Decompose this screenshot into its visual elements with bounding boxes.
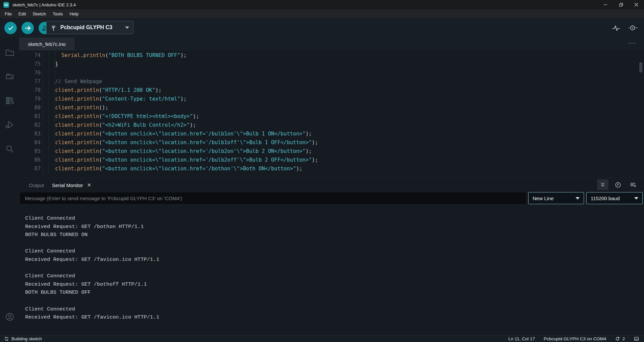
serial-output-line: Received Request: GET /bothoff HTTP/1.1 bbox=[25, 280, 637, 289]
chevron-down-icon bbox=[125, 26, 129, 29]
menu-tools[interactable]: Tools bbox=[49, 10, 66, 18]
serial-output-line bbox=[25, 264, 637, 272]
upload-button[interactable] bbox=[21, 22, 34, 34]
sidebar-account-button[interactable] bbox=[0, 312, 19, 322]
cursor-position[interactable]: Ln 11, Col 17 bbox=[508, 336, 535, 341]
folder-icon bbox=[5, 47, 15, 57]
menu-sketch[interactable]: Sketch bbox=[29, 10, 49, 18]
notifications-button[interactable]: 2 bbox=[615, 336, 625, 342]
code-line: 83 client.println("<button onclick=\"loc… bbox=[19, 129, 644, 138]
sidebar-debug-button[interactable] bbox=[0, 115, 19, 135]
panel-layout-icon bbox=[634, 336, 639, 342]
sidebar-search-button[interactable] bbox=[0, 139, 19, 159]
sidebar-boards-manager-button[interactable] bbox=[0, 66, 19, 87]
arrow-right-icon bbox=[24, 25, 31, 32]
code-line: 87 client.println("<button onclick=\"loc… bbox=[19, 164, 644, 173]
line-number: 85 bbox=[19, 147, 41, 156]
board-selector-label: Pcbcupid GLYPH C3 bbox=[60, 24, 112, 31]
bottom-panel: Output Serial Monitor ✕ New Li bbox=[19, 178, 644, 335]
chevron-down-icon bbox=[634, 197, 638, 199]
menu-file[interactable]: File bbox=[1, 10, 15, 18]
line-number: 77 bbox=[19, 77, 41, 86]
serial-output-line: Client Connected bbox=[25, 214, 637, 223]
code-editor[interactable]: 74 Serial.println("BOTH BULBS TURNED OFF… bbox=[19, 50, 644, 178]
serial-output-line: Client Connected bbox=[25, 305, 637, 314]
menu-bar: File Edit Sketch Tools Help bbox=[0, 9, 644, 18]
title-bar: sketch_feb7c | Arduino IDE 2.3.4 bbox=[0, 0, 644, 9]
serial-output-line: BOTH BULBS TURNED ON bbox=[25, 231, 637, 239]
library-icon bbox=[5, 96, 15, 106]
line-number: 87 bbox=[19, 164, 41, 173]
line-number: 79 bbox=[19, 95, 41, 103]
window-title: sketch_feb7c | Arduino IDE 2.3.4 bbox=[12, 2, 76, 7]
line-ending-dropdown[interactable]: New Line bbox=[528, 192, 584, 204]
board-port-status[interactable]: Pcbcupid GLYPH C3 on COM4 bbox=[544, 336, 606, 341]
tab-sketch-feb7c-ino[interactable]: sketch_feb7c.ino bbox=[19, 38, 74, 50]
arduino-logo-icon bbox=[3, 2, 9, 8]
notification-count: 2 bbox=[622, 336, 625, 341]
line-number: 81 bbox=[19, 112, 41, 121]
code-line: 75 } bbox=[19, 60, 644, 68]
line-number: 74 bbox=[19, 51, 41, 60]
bottom-panel-tab-bar: Output Serial Monitor ✕ bbox=[19, 178, 644, 192]
serial-monitor-icon bbox=[628, 24, 638, 33]
clock-icon bbox=[614, 181, 622, 188]
serial-output-line: Client Connected bbox=[25, 247, 637, 255]
menu-edit[interactable]: Edit bbox=[15, 10, 29, 18]
chevron-down-icon bbox=[576, 197, 580, 199]
code-line: 84 client.println("<button onclick=\"loc… bbox=[19, 138, 644, 147]
search-icon bbox=[5, 144, 15, 154]
minimize-button[interactable] bbox=[598, 0, 613, 9]
serial-monitor-output[interactable]: Client ConnectedReceived Request: GET /b… bbox=[25, 214, 637, 332]
code-line: 79 client.println("Content-Type: text/ht… bbox=[19, 95, 644, 103]
line-number: 86 bbox=[19, 156, 41, 164]
sync-icon bbox=[4, 336, 9, 341]
serial-message-input[interactable] bbox=[20, 192, 526, 204]
scroll-to-bottom-button[interactable] bbox=[597, 179, 608, 190]
tab-more-actions-button[interactable]: ··· bbox=[628, 39, 637, 47]
usb-icon bbox=[51, 24, 56, 31]
toggle-timestamp-button[interactable] bbox=[612, 179, 624, 190]
serial-monitor-button[interactable] bbox=[628, 24, 638, 33]
code-line: 76 bbox=[19, 68, 644, 77]
code-line: 77 // Send Webpage bbox=[19, 77, 644, 86]
baud-rate-dropdown[interactable]: 115200 baud bbox=[586, 192, 643, 204]
tab-output[interactable]: Output bbox=[25, 180, 48, 190]
close-serial-monitor-icon[interactable]: ✕ bbox=[87, 182, 92, 188]
code-line: 74 Serial.println("BOTH BULBS TURNED OFF… bbox=[19, 51, 644, 60]
account-icon bbox=[5, 312, 15, 322]
menu-help[interactable]: Help bbox=[66, 10, 82, 18]
editor-scrollbar[interactable] bbox=[639, 62, 642, 72]
board-icon bbox=[5, 71, 15, 81]
verify-button[interactable] bbox=[4, 22, 17, 34]
sidebar-sketchbook-button[interactable] bbox=[0, 42, 19, 62]
board-selector-dropdown[interactable]: Pcbcupid GLYPH C3 bbox=[46, 21, 133, 34]
serial-plotter-button[interactable] bbox=[612, 24, 621, 33]
serial-input-row: New Line 115200 baud bbox=[19, 192, 644, 208]
line-number: 83 bbox=[19, 129, 41, 138]
line-number: 76 bbox=[19, 68, 41, 77]
line-number: 78 bbox=[19, 86, 41, 95]
line-number: 82 bbox=[19, 121, 41, 129]
line-number: 75 bbox=[19, 60, 41, 68]
restore-button[interactable] bbox=[613, 0, 629, 9]
code-line: 85 client.println("<button onclick=\"loc… bbox=[19, 147, 644, 156]
tab-serial-monitor[interactable]: Serial Monitor ✕ bbox=[48, 180, 95, 190]
sidebar-library-manager-button[interactable] bbox=[0, 91, 19, 111]
serial-output-line bbox=[25, 297, 637, 305]
line-number: 80 bbox=[19, 103, 41, 112]
code-line: 86 client.println("<button onclick=\"loc… bbox=[19, 156, 644, 164]
arduino-ide-window: sketch_feb7c | Arduino IDE 2.3.4 File Ed… bbox=[0, 0, 644, 342]
tab-label: sketch_feb7c.ino bbox=[28, 41, 66, 47]
code-line: 82 client.println("<h2>WiFi Bulb Control… bbox=[19, 121, 644, 129]
toggle-bottom-panel-button[interactable] bbox=[634, 336, 639, 342]
serial-output-line: BOTH BULBS TURNED OFF bbox=[25, 288, 637, 297]
code-line: 78 client.println("HTTP/1.1 200 OK"); bbox=[19, 86, 644, 95]
code-line: 80 client.println(); bbox=[19, 103, 644, 112]
clear-output-button[interactable] bbox=[627, 179, 639, 190]
line-number: 84 bbox=[19, 138, 41, 147]
debug-icon bbox=[5, 120, 15, 130]
close-button[interactable] bbox=[629, 0, 644, 9]
check-icon bbox=[7, 25, 14, 32]
editor-tab-bar: sketch_feb7c.ino ··· bbox=[19, 38, 644, 50]
